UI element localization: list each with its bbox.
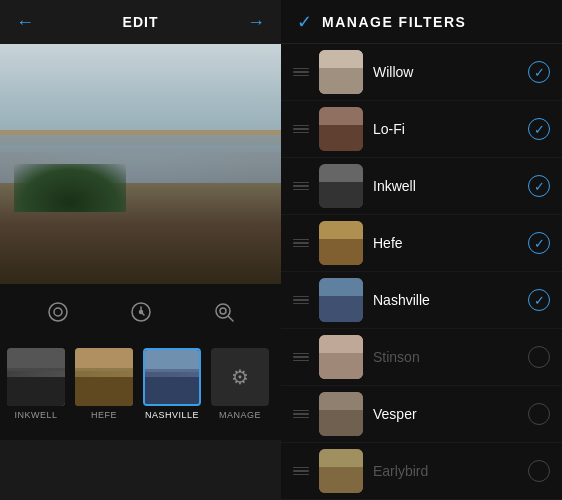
right-panel: ✓ MANAGE FILTERS Willow bbox=[281, 0, 562, 500]
drag-handle bbox=[293, 182, 309, 191]
svg-point-5 bbox=[220, 308, 226, 314]
filter-name-stinson: Stinson bbox=[373, 349, 518, 365]
edit-title: EDIT bbox=[123, 14, 159, 30]
filter-row-stinson[interactable]: Stinson bbox=[281, 329, 562, 386]
filter-check-nashville[interactable] bbox=[528, 289, 550, 311]
manage-filters-title: MANAGE FILTERS bbox=[322, 14, 466, 30]
filter-label-inkwell: INKWELL bbox=[14, 410, 57, 420]
filter-row-nashville[interactable]: Nashville bbox=[281, 272, 562, 329]
filter-row-lofi[interactable]: Lo-Fi bbox=[281, 101, 562, 158]
drag-handle bbox=[293, 410, 309, 419]
filter-list: Willow Lo-Fi bbox=[281, 44, 562, 500]
detail-tool[interactable] bbox=[208, 296, 240, 328]
filter-item-manage[interactable]: ⚙ MANAGE bbox=[208, 348, 272, 420]
confirm-icon[interactable]: ✓ bbox=[297, 11, 312, 33]
filter-row-vesper[interactable]: Vesper bbox=[281, 386, 562, 443]
drag-handle bbox=[293, 296, 309, 305]
filter-check-stinson[interactable] bbox=[528, 346, 550, 368]
filter-item-nashville[interactable]: NASHVILLE bbox=[140, 348, 204, 420]
back-button[interactable]: ← bbox=[16, 12, 34, 33]
filter-name-willow: Willow bbox=[373, 64, 518, 80]
filter-thumb-willow bbox=[319, 50, 363, 94]
filter-row-willow[interactable]: Willow bbox=[281, 44, 562, 101]
filter-name-nashville: Nashville bbox=[373, 292, 518, 308]
filters-strip: INKWELL HEFE NASHVILLE bbox=[0, 340, 281, 440]
manage-filters-header: ✓ MANAGE FILTERS bbox=[281, 0, 562, 44]
svg-point-1 bbox=[54, 308, 62, 316]
filter-name-vesper: Vesper bbox=[373, 406, 518, 422]
svg-point-4 bbox=[216, 304, 230, 318]
filter-check-hefe[interactable] bbox=[528, 232, 550, 254]
filter-name-earlybird: Earlybird bbox=[373, 463, 518, 479]
drag-handle bbox=[293, 68, 309, 77]
filter-row-earlybird[interactable]: Earlybird bbox=[281, 443, 562, 500]
drag-handle bbox=[293, 125, 309, 134]
filter-label-hefe: HEFE bbox=[91, 410, 117, 420]
filter-label-nashville: NASHVILLE bbox=[145, 410, 199, 420]
filter-row-inkwell[interactable]: Inkwell bbox=[281, 158, 562, 215]
adjust-tool[interactable] bbox=[125, 296, 157, 328]
svg-point-0 bbox=[49, 303, 67, 321]
left-panel: ← EDIT → bbox=[0, 0, 281, 500]
drag-handle bbox=[293, 353, 309, 362]
filter-tool[interactable] bbox=[42, 296, 74, 328]
left-header: ← EDIT → bbox=[0, 0, 281, 44]
filter-thumb-inkwell bbox=[319, 164, 363, 208]
forward-button[interactable]: → bbox=[247, 12, 265, 33]
filter-check-earlybird[interactable] bbox=[528, 460, 550, 482]
filter-check-willow[interactable] bbox=[528, 61, 550, 83]
filter-row-hefe[interactable]: Hefe bbox=[281, 215, 562, 272]
gear-icon: ⚙ bbox=[231, 365, 249, 389]
filter-thumb-nashville bbox=[319, 278, 363, 322]
filter-item-hefe[interactable]: HEFE bbox=[72, 348, 136, 420]
tools-row bbox=[0, 284, 281, 340]
filter-label-manage: MANAGE bbox=[219, 410, 261, 420]
filter-check-inkwell[interactable] bbox=[528, 175, 550, 197]
photo-preview bbox=[0, 44, 281, 284]
filter-thumb-earlybird bbox=[319, 449, 363, 493]
drag-handle bbox=[293, 239, 309, 248]
filter-name-hefe: Hefe bbox=[373, 235, 518, 251]
filter-thumb-hefe bbox=[319, 221, 363, 265]
filter-check-vesper[interactable] bbox=[528, 403, 550, 425]
filter-name-lofi: Lo-Fi bbox=[373, 121, 518, 137]
filter-name-inkwell: Inkwell bbox=[373, 178, 518, 194]
filter-item-inkwell[interactable]: INKWELL bbox=[4, 348, 68, 420]
filter-thumb-lofi bbox=[319, 107, 363, 151]
svg-point-3 bbox=[139, 311, 142, 314]
filter-thumb-vesper bbox=[319, 392, 363, 436]
drag-handle bbox=[293, 467, 309, 476]
filter-check-lofi[interactable] bbox=[528, 118, 550, 140]
filter-thumb-stinson bbox=[319, 335, 363, 379]
